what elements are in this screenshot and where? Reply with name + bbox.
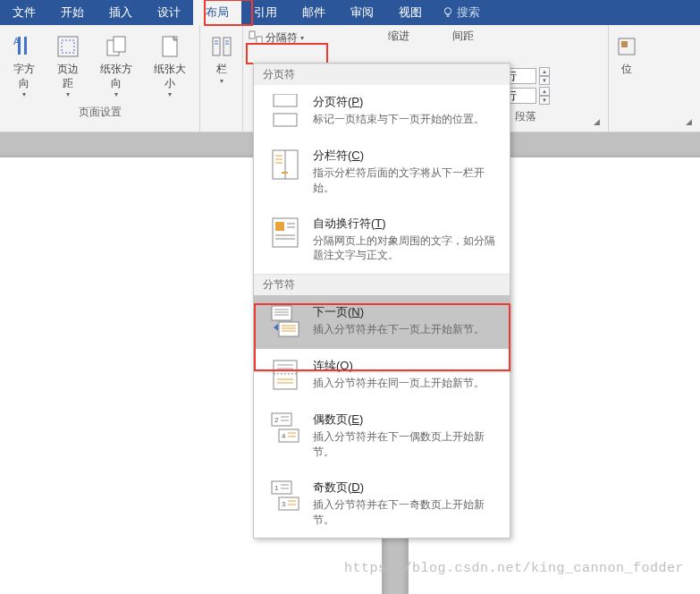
chevron-down-icon: ▾: [168, 90, 172, 98]
orientation-button[interactable]: 纸张方向 ▾: [94, 29, 139, 102]
menubar: 文件 开始 插入 设计 布局 引用 邮件 审阅 视图 搜索: [0, 0, 700, 25]
menuitem-continuous[interactable]: 连续(O)插入分节符并在同一页上开始新节。: [254, 349, 510, 403]
tab-design[interactable]: 设计: [145, 0, 193, 25]
page-break-icon: [270, 94, 300, 128]
svg-text:A: A: [13, 37, 20, 47]
tab-view[interactable]: 视图: [386, 0, 434, 25]
column-break-icon: [270, 148, 300, 182]
breaks-button[interactable]: 分隔符 ▾: [249, 29, 329, 47]
odd-page-icon: 13: [270, 479, 300, 513]
indent-label: 缩进: [388, 29, 434, 44]
tab-mailings[interactable]: 邮件: [290, 0, 338, 25]
tab-layout[interactable]: 布局: [193, 0, 241, 25]
chevron-down-icon: ▾: [114, 90, 118, 98]
group-label-page-setup: 页面设置: [79, 102, 122, 120]
chevron-down-icon: ▾: [220, 77, 223, 85]
columns-icon: [207, 32, 236, 61]
tab-review[interactable]: 审阅: [338, 0, 386, 25]
breaks-dropdown: 分页符 分页符(P)标记一页结束与下一页开始的位置。 分栏符(C)指示分栏符后面…: [253, 63, 510, 539]
dropdown-section-section-breaks: 分节符: [254, 274, 510, 295]
page-setup-launcher[interactable]: ◢: [686, 117, 696, 128]
svg-point-0: [445, 8, 451, 14]
svg-rect-36: [279, 322, 299, 336]
orientation-icon: [102, 32, 131, 61]
position-icon: [612, 32, 641, 61]
menuitem-odd-page[interactable]: 13 奇数页(D)插入分节符并在下一奇数页上开始新节。: [254, 471, 510, 539]
svg-rect-2: [24, 37, 27, 55]
position-button[interactable]: 位: [611, 29, 643, 81]
menuitem-next-page[interactable]: 下一页(N)插入分节符并在下一页上开始新节。: [254, 295, 510, 349]
next-page-icon: [270, 304, 300, 338]
even-page-icon: 24: [270, 412, 300, 446]
tab-home[interactable]: 开始: [48, 0, 97, 25]
svg-text:2: 2: [274, 416, 279, 424]
svg-text:3: 3: [282, 500, 286, 508]
search-placeholder: 搜索: [457, 4, 480, 21]
menuitem-page-break[interactable]: 分页符(P)标记一页结束与下一页开始的位置。: [254, 85, 510, 139]
chevron-down-icon: ▾: [300, 34, 304, 42]
watermark-text: https://blog.csdn.net/king_cannon_fodder: [344, 561, 684, 576]
spacing-label: 间距: [452, 29, 599, 44]
menuitem-text-wrapping[interactable]: 自动换行符(T)分隔网页上的对象周围的文字，如分隔题注文字与正文。: [254, 207, 510, 275]
spacing-before-stepper[interactable]: ▲▼: [539, 67, 550, 85]
svg-text:1: 1: [274, 484, 279, 492]
text-direction-icon: A: [10, 32, 38, 61]
svg-rect-7: [114, 37, 125, 52]
svg-rect-5: [62, 40, 74, 53]
paragraph-launcher[interactable]: ◢: [594, 117, 604, 128]
spacing-after-stepper[interactable]: ▲▼: [539, 87, 550, 105]
text-direction-button[interactable]: A 字方向 ▾: [7, 29, 42, 102]
svg-rect-27: [275, 222, 284, 231]
breaks-icon: [249, 30, 263, 45]
margins-button[interactable]: 页边距 ▾: [51, 29, 86, 102]
svg-rect-20: [274, 114, 297, 126]
menuitem-column-break[interactable]: 分栏符(C)指示分栏符后面的文字将从下一栏开始。: [254, 139, 510, 207]
tab-references[interactable]: 引用: [241, 0, 290, 25]
menuitem-even-page[interactable]: 24 偶数页(E)插入分节符并在下一偶数页上开始新节。: [254, 403, 510, 471]
svg-rect-19: [274, 94, 297, 106]
size-button[interactable]: 纸张大小 ▾: [148, 29, 192, 102]
svg-rect-15: [249, 31, 255, 38]
tell-me-search[interactable]: 搜索: [434, 0, 487, 25]
lightbulb-icon: [442, 6, 454, 19]
tab-insert[interactable]: 插入: [97, 0, 145, 25]
columns-button[interactable]: 栏 ▾: [206, 29, 238, 89]
svg-rect-10: [223, 38, 231, 55]
page-size-icon: [156, 32, 184, 61]
svg-rect-4: [58, 37, 78, 56]
dropdown-section-page-breaks: 分页符: [254, 64, 510, 85]
tab-file[interactable]: 文件: [0, 0, 48, 25]
svg-rect-9: [213, 38, 220, 55]
group-label-paragraph: 段落: [515, 106, 536, 124]
svg-rect-32: [272, 306, 291, 320]
svg-rect-16: [257, 37, 262, 44]
chevron-down-icon: ▾: [66, 90, 70, 98]
margins-icon: [54, 32, 82, 61]
svg-rect-18: [621, 41, 628, 47]
svg-text:4: 4: [282, 432, 286, 440]
text-wrapping-icon: [270, 216, 300, 250]
continuous-icon: [270, 358, 300, 392]
chevron-down-icon: ▾: [22, 90, 26, 98]
